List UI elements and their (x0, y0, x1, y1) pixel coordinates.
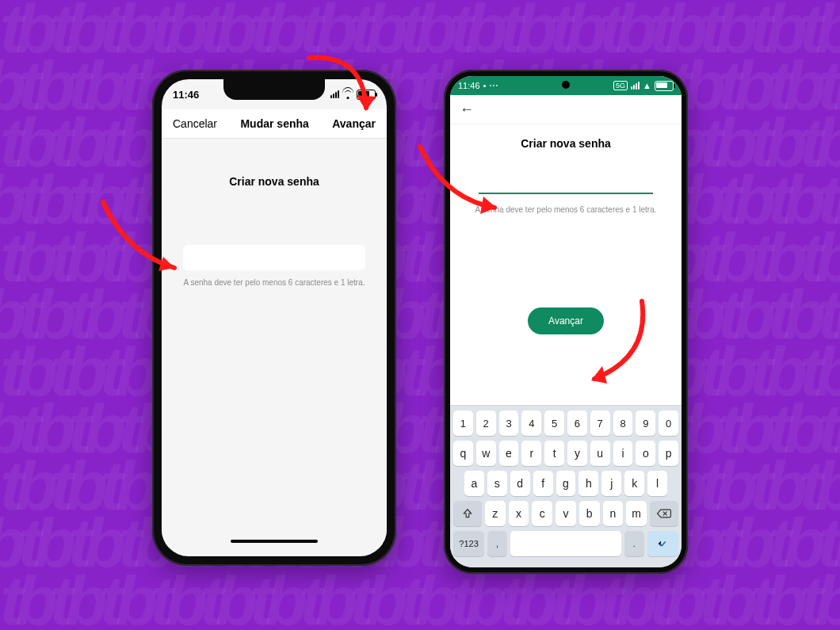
key-o[interactable]: o (636, 441, 655, 466)
page-title: Criar nova senha (176, 175, 372, 188)
android-appbar: ← (450, 95, 682, 124)
more-notifications-icon: ⋯ (489, 80, 498, 91)
key-c[interactable]: c (532, 501, 552, 526)
annotation-arrow (95, 190, 198, 285)
period-key[interactable]: . (624, 531, 644, 556)
key-f[interactable]: f (533, 471, 553, 496)
key-j[interactable]: j (601, 471, 621, 496)
key-d[interactable]: d (510, 471, 530, 496)
android-status-time: 11:46 (458, 81, 480, 90)
password-hint: A senha deve ter pelo menos 6 caracteres… (176, 278, 372, 287)
network-type-badge: 5G (613, 81, 628, 90)
key-x[interactable]: x (509, 501, 529, 526)
key-a[interactable]: a (464, 471, 484, 496)
ios-status-time: 11:46 (173, 89, 199, 101)
battery-icon (655, 81, 674, 91)
key-8[interactable]: 8 (613, 410, 633, 436)
key-4[interactable]: 4 (521, 410, 541, 436)
key-9[interactable]: 9 (636, 410, 655, 436)
key-h[interactable]: h (578, 471, 598, 496)
key-t[interactable]: t (544, 441, 564, 466)
annotation-arrow (555, 293, 658, 396)
key-s[interactable]: s (487, 471, 507, 496)
key-n[interactable]: n (603, 501, 624, 526)
key-5[interactable]: 5 (544, 410, 564, 436)
enter-key[interactable] (647, 531, 678, 556)
notification-dot-icon (483, 85, 486, 87)
back-button[interactable]: ← (460, 101, 474, 118)
key-2[interactable]: 2 (476, 410, 496, 436)
android-keyboard: 1234567890 qwertyuiop asdfghjkl zxcvbnm … (450, 405, 682, 567)
annotation-arrow (412, 135, 515, 230)
key-6[interactable]: 6 (567, 410, 587, 436)
signal-bars-icon (631, 82, 640, 90)
key-z[interactable]: z (485, 501, 506, 526)
navbar-title: Mudar senha (240, 117, 308, 130)
key-v[interactable]: v (556, 501, 576, 526)
key-i[interactable]: i (613, 441, 633, 466)
backspace-key[interactable] (650, 501, 678, 526)
cancel-button[interactable]: Cancelar (173, 117, 217, 130)
iphone-device-frame: 11:46 Cancelar Mudar senha Avançar Criar… (152, 70, 396, 566)
phones-container: 11:46 Cancelar Mudar senha Avançar Criar… (0, 0, 840, 630)
key-0[interactable]: 0 (659, 410, 678, 436)
key-r[interactable]: r (521, 441, 541, 466)
key-k[interactable]: k (624, 471, 644, 496)
wifi-icon: ▲ (643, 81, 651, 90)
key-u[interactable]: u (590, 441, 610, 466)
new-password-input[interactable] (183, 245, 365, 270)
iphone-screen: 11:46 Cancelar Mudar senha Avançar Criar… (162, 79, 387, 556)
key-7[interactable]: 7 (590, 410, 610, 436)
annotation-arrow (301, 46, 388, 141)
key-p[interactable]: p (659, 441, 678, 466)
key-b[interactable]: b (579, 501, 600, 526)
key-l[interactable]: l (647, 471, 667, 496)
svg-marker-1 (357, 95, 376, 111)
comma-key[interactable]: , (487, 531, 507, 556)
key-w[interactable]: w (476, 441, 496, 466)
symbols-mode-key[interactable]: ?123 (453, 531, 484, 556)
home-indicator[interactable] (231, 540, 318, 543)
key-1[interactable]: 1 (453, 410, 473, 436)
key-g[interactable]: g (556, 471, 576, 496)
punch-hole-camera (562, 81, 570, 89)
key-e[interactable]: e (499, 441, 519, 466)
key-y[interactable]: y (567, 441, 587, 466)
space-key[interactable] (510, 531, 621, 556)
key-3[interactable]: 3 (499, 410, 519, 436)
shift-key[interactable] (453, 501, 482, 526)
key-q[interactable]: q (453, 441, 473, 466)
key-m[interactable]: m (626, 501, 647, 526)
